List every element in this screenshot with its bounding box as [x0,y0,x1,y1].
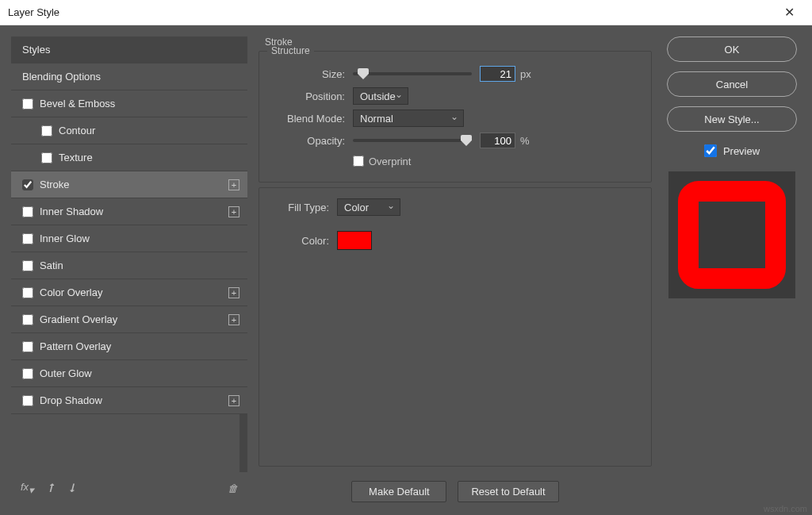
structure-legend: Structure [267,45,314,56]
size-slider[interactable] [353,72,472,75]
checkbox-preview[interactable] [704,144,717,157]
add-gradient-overlay-icon[interactable]: + [228,314,239,325]
ok-button[interactable]: OK [667,37,797,62]
window-title: Layer Style [8,6,59,18]
position-dropdown[interactable]: Outside [353,87,408,105]
opacity-slider-thumb[interactable] [461,135,472,146]
blendmode-dropdown[interactable]: Normal [353,110,464,127]
close-icon[interactable]: ✕ [775,2,804,23]
size-input[interactable] [480,66,515,82]
checkbox-outer-glow[interactable] [22,368,33,379]
label-satin: Satin [40,259,63,271]
checkbox-color-overlay[interactable] [22,287,33,298]
structure-group: Structure Size: px Position: Outside Ble… [259,51,652,183]
new-style-button[interactable]: New Style... [667,106,797,132]
checkbox-stroke[interactable] [22,179,33,190]
size-slider-thumb[interactable] [358,68,369,79]
add-color-overlay-icon[interactable]: + [228,287,239,298]
label-color: Color: [274,235,329,247]
label-blending: Blending Options [22,71,101,83]
sidebar-item-bevel[interactable]: Bevel & Emboss [11,90,247,117]
add-drop-shadow-icon[interactable]: + [228,395,239,406]
label-bevel: Bevel & Emboss [40,98,115,110]
checkbox-pattern-overlay[interactable] [22,341,33,352]
sidebar-item-stroke[interactable]: Stroke + [11,171,247,198]
sidebar-item-contour[interactable]: Contour [11,117,247,144]
checkbox-gradient-overlay[interactable] [22,314,33,325]
label-contour: Contour [59,125,95,136]
default-buttons: Make Default Reset to Default [259,476,652,504]
label-inner-shadow: Inner Shadow [40,206,103,217]
blendmode-value: Normal [360,113,393,125]
make-default-button[interactable]: Make Default [351,481,446,502]
sidebar-item-outer-glow[interactable]: Outer Glow [11,360,247,387]
label-size: Size: [274,68,345,80]
row-color: Color: [274,229,637,252]
titlebar: Layer Style ✕ [0,0,812,25]
label-texture: Texture [59,152,93,163]
checkbox-satin[interactable] [22,260,33,271]
checkbox-drop-shadow[interactable] [22,395,33,406]
sidebar-item-inner-glow[interactable]: Inner Glow [11,225,247,252]
row-overprint: Overprint [353,152,637,171]
watermark: wsxdn.com [764,504,807,513]
sidebar-item-color-overlay[interactable]: Color Overlay + [11,279,247,306]
label-inner-glow: Inner Glow [40,233,90,244]
checkbox-overprint[interactable] [353,156,364,167]
arrow-down-icon[interactable]: 🠗 [67,482,77,494]
cancel-button[interactable]: Cancel [667,71,797,97]
add-inner-shadow-icon[interactable]: + [228,206,239,217]
styles-sidebar: Styles Blending Options Bevel & Emboss C… [11,37,247,504]
checkbox-texture[interactable] [41,152,52,163]
row-blendmode: Blend Mode: Normal [274,107,637,129]
label-outer-glow: Outer Glow [40,367,92,379]
sidebar-item-styles[interactable]: Styles [11,37,247,63]
label-position: Position: [274,90,345,102]
opacity-input[interactable] [480,133,515,148]
sidebar-item-gradient-overlay[interactable]: Gradient Overlay + [11,306,247,333]
add-stroke-icon[interactable]: + [228,179,239,190]
label-gradient-overlay: Gradient Overlay [40,313,117,325]
preview-toggle: Preview [704,144,760,157]
sidebar-item-blending[interactable]: Blending Options [11,63,247,90]
panel-title: Stroke [259,37,652,51]
filltype-dropdown[interactable]: Color [337,198,400,216]
filltype-value: Color [344,202,369,213]
row-filltype: Fill Type: Color [274,196,637,218]
row-position: Position: Outside [274,85,637,107]
sidebar-item-inner-shadow[interactable]: Inner Shadow + [11,198,247,225]
row-size: Size: px [274,63,637,85]
label-preview: Preview [723,145,760,157]
label-drop-shadow: Drop Shadow [40,394,102,406]
opacity-slider[interactable] [353,139,472,142]
sidebar-item-pattern-overlay[interactable]: Pattern Overlay [11,333,247,360]
dialog-body: Styles Blending Options Bevel & Emboss C… [0,25,812,515]
color-swatch[interactable] [337,231,372,250]
preview-box [668,171,795,298]
right-column: OK Cancel New Style... Preview [663,37,801,504]
fill-group: Fill Type: Color Color: [259,187,652,467]
checkbox-bevel[interactable] [22,98,33,110]
label-pattern-overlay: Pattern Overlay [40,340,111,352]
preview-shape [678,181,786,289]
label-stroke: Stroke [40,179,70,190]
reset-default-button[interactable]: Reset to Default [458,481,558,502]
sidebar-item-drop-shadow[interactable]: Drop Shadow + [11,387,247,414]
fx-icon[interactable]: fx▾ [21,481,34,496]
label-color-overlay: Color Overlay [40,286,102,298]
checkbox-inner-glow[interactable] [22,233,33,244]
sidebar-footer: fx▾ 🠕 🠗 🗑 [11,472,247,504]
label-filltype: Fill Type: [274,202,329,213]
sidebar-item-satin[interactable]: Satin [11,252,247,279]
unit-percent: % [520,135,530,147]
label-overprint: Overprint [369,156,411,167]
unit-px: px [520,68,531,80]
position-value: Outside [360,90,396,102]
row-opacity: Opacity: % [274,129,637,152]
checkbox-inner-shadow[interactable] [22,206,33,217]
sidebar-item-texture[interactable]: Texture [11,144,247,171]
checkbox-contour[interactable] [41,125,52,136]
trash-icon[interactable]: 🗑 [228,482,238,494]
arrow-up-icon[interactable]: 🠕 [45,482,56,494]
label-blendmode: Blend Mode: [274,113,345,125]
